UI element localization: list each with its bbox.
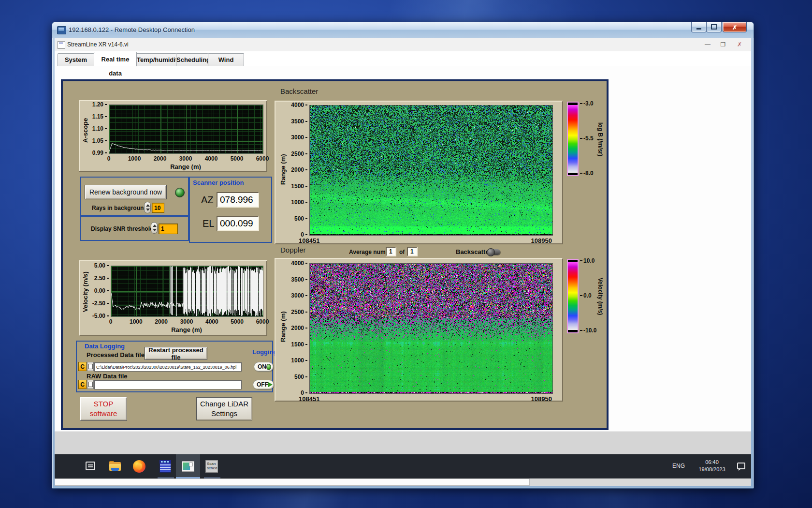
of-label: of [399, 249, 405, 255]
close-button[interactable]: ✗ [723, 22, 747, 32]
doppler-colorbar-label: Velocity (m/s) [597, 265, 604, 328]
backscatter-x-start: 108451 [299, 237, 342, 244]
scrollbar-thumb[interactable] [55, 478, 530, 486]
maximize-button[interactable] [706, 22, 722, 32]
rdp-window-title: 192.168.0.122 - Remote Desktop Connectio… [69, 26, 195, 33]
scan-icon-text1: Scan [207, 462, 216, 466]
raw-data-file-label: RAW Data file [87, 373, 128, 380]
rdp-titlebar[interactable]: 192.168.0.122 - Remote Desktop Connectio… [52, 22, 754, 38]
off-label: OFF [257, 381, 268, 388]
tab-scheduling[interactable]: Scheduling [176, 53, 208, 66]
change-lidar-settings-button[interactable]: Change LiDARSettings [196, 397, 252, 420]
stop-line2: software [90, 409, 117, 418]
file-explorer-icon[interactable] [108, 460, 122, 473]
tab-temp-humidity[interactable]: Temp/humidity [136, 53, 176, 66]
scanner-position-title: Scanner position [193, 179, 244, 186]
backscatter-graph-frame: Range (m) 400035003000250020001500100050… [275, 101, 563, 244]
snr-threshold-label: Display SNR threshold [91, 225, 153, 232]
doppler-colorbar [567, 259, 579, 333]
backscatter-heatmap [309, 105, 553, 236]
scan-scheduler-icon[interactable]: Scansched [205, 460, 218, 473]
tab-wind-profile[interactable]: Wind profile [208, 53, 244, 66]
raw-logging-toggle-off[interactable]: OFF [253, 380, 274, 389]
processed-path-field[interactable]: C:\Lidar\Data\Proc\2023\202308\20230819\… [94, 362, 242, 372]
stop-software-button[interactable]: STOPsoftware [80, 397, 127, 421]
backscatter-y-ticks: 40003500300025002000150010005000 [286, 105, 307, 235]
rays-value-field[interactable]: 10 [152, 203, 164, 213]
horizontal-scrollbar[interactable] [55, 478, 751, 486]
ascope-graph-frame: A-scope 1.201.151.101.050.99 01000200030… [79, 100, 267, 172]
backscatter-colorbar-label: log B (/m/sr) [597, 108, 604, 171]
off-arrow [268, 382, 273, 387]
restart-processed-file-button[interactable]: Restart processed file [145, 347, 207, 360]
backscatter-y-axis-label: Range (m) [279, 121, 287, 218]
doppler-x-end: 108950 [508, 395, 552, 403]
desktop: 192.168.0.122 - Remote Desktop Connectio… [0, 0, 812, 508]
background-control-box: Renew background now Rays in background … [80, 177, 189, 216]
data-logging-box: Data Logging Processed Data file Restart… [76, 341, 273, 392]
ascope-x-axis-label: Range (m) [109, 163, 262, 170]
language-indicator[interactable]: ENG [672, 463, 685, 469]
az-label: AZ [201, 194, 214, 206]
processed-drive-box[interactable]: C [78, 362, 87, 371]
remote-session: StreamLine XR v14-6.vi — ❒ ✗ System setu… [55, 38, 751, 486]
average-number-field[interactable]: 1 [386, 247, 396, 256]
doppler-y-axis-label: Range (m) [279, 278, 287, 375]
notification-center-icon[interactable] [737, 463, 745, 469]
minimize-button[interactable] [691, 22, 707, 32]
tab-system-setup[interactable]: System setup [58, 53, 94, 66]
task-view-icon[interactable] [84, 460, 98, 473]
velocity-y-ticks: 5.002.500.00-2.50-5.00 [84, 266, 109, 316]
doppler-section-title: Doppler [280, 246, 306, 254]
velocity-plot [111, 266, 263, 317]
vi-titlebar[interactable]: StreamLine XR v14-6.vi — ❒ ✗ [55, 38, 751, 52]
backscatter-section-title: Backscatter [280, 87, 318, 95]
clock[interactable]: 06:40 19/08/2023 [693, 459, 731, 473]
ascope-plot [109, 105, 263, 154]
raw-drive-box[interactable]: C [78, 380, 87, 389]
velocity-graph-frame: Velocity (m/s) 5.002.500.00-2.50-5.00 01… [79, 260, 267, 336]
raw-browse-icon[interactable] [87, 380, 94, 389]
change-line2: Settings [200, 409, 248, 418]
vi-minimize-button[interactable]: — [701, 40, 714, 49]
el-label: EL [203, 218, 214, 229]
snr-value-field[interactable]: 1 [159, 224, 178, 234]
backscatter-colorbar [567, 102, 579, 176]
ascope-x-ticks: 0100020003000400050006000 [109, 155, 262, 162]
doppler-colorbar-ticks: 10.00.0-10.0 [580, 261, 596, 330]
rays-spinner[interactable] [144, 202, 151, 213]
tray-time: 06:40 [693, 459, 731, 466]
scan-icon-text2: sched [207, 466, 217, 470]
vi-close-button[interactable]: ✗ [733, 40, 746, 49]
backscatter-toggle-label: Backscatter [456, 248, 492, 255]
vi-restore-button[interactable]: ❒ [716, 40, 730, 49]
notes-app-icon[interactable] [159, 460, 172, 473]
tray-date: 19/08/2023 [693, 466, 731, 473]
snr-threshold-box: Display SNR threshold 1 [80, 216, 189, 241]
raw-path-field[interactable] [94, 380, 242, 389]
ascope-y-ticks: 1.201.151.101.050.99 [84, 105, 107, 153]
el-value[interactable]: 000.099 [217, 216, 259, 231]
average-count-field[interactable]: 1 [407, 247, 418, 256]
velocity-x-axis-label: Range (m) [111, 326, 262, 333]
processed-logging-toggle-on[interactable]: ON [254, 362, 274, 372]
az-value[interactable]: 078.996 [217, 192, 259, 208]
scanner-position-box: Scanner position AZ 078.996 EL 000.099 [189, 177, 272, 243]
rdp-icon [57, 26, 66, 34]
velocity-x-ticks: 0100020003000400050006000 [111, 318, 262, 325]
firefox-icon[interactable] [132, 460, 146, 473]
labview-vi-icon [58, 41, 65, 49]
processed-browse-icon[interactable] [87, 362, 94, 371]
doppler-heatmap [309, 263, 553, 394]
renew-status-led [175, 188, 185, 197]
backscatter-display-toggle[interactable] [487, 249, 500, 255]
snr-spinner[interactable] [151, 222, 158, 234]
renew-background-button[interactable]: Renew background now [85, 185, 167, 199]
doppler-y-ticks: 40003500300025002000150010005000 [286, 263, 307, 393]
processed-data-file-label: Processed Data file [87, 351, 145, 359]
backscatter-x-end: 108950 [508, 237, 552, 244]
change-line1: Change LiDAR [200, 399, 248, 409]
tab-real-time-data[interactable]: Real time data [94, 52, 137, 66]
stop-line1: STOP [90, 399, 117, 409]
labview-app-icon[interactable] [181, 460, 195, 473]
